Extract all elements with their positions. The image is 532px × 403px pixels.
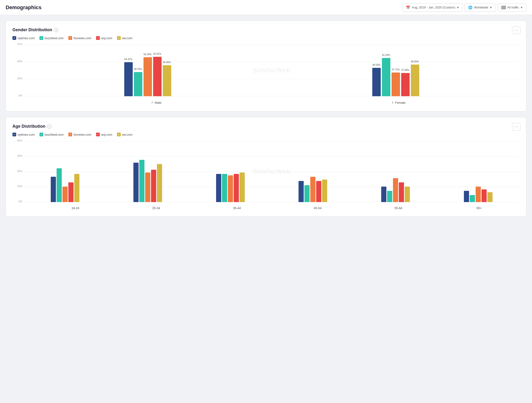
age-label-30: 30% bbox=[13, 155, 22, 157]
gender-bar: 49.45% bbox=[163, 65, 171, 96]
gender-info-icon[interactable]: i bbox=[54, 28, 58, 32]
age-bar bbox=[157, 164, 162, 202]
age-bar bbox=[240, 173, 245, 202]
legend-item: ✓ buzzfeed.com bbox=[39, 36, 64, 40]
age-bar bbox=[298, 181, 304, 202]
age-bar bbox=[51, 177, 56, 202]
age-axis-label: 65+ bbox=[439, 205, 519, 210]
page-header: Demographics 📅 Aug, 2019 - Jan, 2020 (Cu… bbox=[0, 0, 532, 15]
legend-item: ✓ buzzfeed.com bbox=[39, 133, 64, 136]
date-dropdown-icon: ▼ bbox=[457, 6, 459, 9]
age-chart-footer: 18-2425-3435-4445-5455-6465+ bbox=[24, 205, 519, 210]
legend-checkbox[interactable]: ✓ bbox=[117, 133, 121, 136]
calendar-icon: 📅 bbox=[406, 5, 410, 10]
age-bar bbox=[316, 181, 321, 202]
legend-checkbox[interactable]: ✓ bbox=[96, 133, 100, 136]
legend-label: ew.com bbox=[122, 133, 133, 136]
age-axis-labels: 18-2425-3435-4445-5455-6465+ bbox=[35, 205, 519, 210]
female-group: 45.53%61.24%37.71%37.09%50.55% bbox=[272, 45, 519, 96]
grid-label-0: 0% bbox=[13, 94, 22, 97]
gender-bar: 38.76% bbox=[134, 72, 142, 96]
age-group bbox=[354, 141, 437, 202]
traffic-icon bbox=[501, 6, 506, 9]
legend-label: ew.com bbox=[122, 36, 133, 40]
grid-label-50: 50% bbox=[13, 60, 22, 63]
traffic-btn[interactable]: All traffic ▼ bbox=[498, 4, 527, 12]
age-distribution-card: Age Distribution i ··· ✓ nytimes.com ✓ b… bbox=[6, 117, 526, 217]
age-card-title: Age Distribution i bbox=[13, 124, 519, 129]
date-range-btn[interactable]: 📅 Aug, 2019 - Jan, 2020 (Custom) ▼ bbox=[402, 3, 463, 12]
traffic-dropdown-icon: ▼ bbox=[520, 6, 523, 9]
age-bar bbox=[234, 174, 239, 202]
age-group bbox=[24, 141, 106, 202]
legend-item: ✓ nytimes.com bbox=[13, 36, 35, 40]
age-group bbox=[189, 141, 272, 202]
gender-axis-labels: ♂ Male ♀ Female bbox=[35, 99, 519, 105]
bar-value-label: 37.09% bbox=[401, 69, 409, 71]
grid-label-75: 75% bbox=[13, 43, 22, 45]
location-label: Worldwide bbox=[474, 6, 488, 9]
age-bar bbox=[476, 186, 481, 202]
gender-bar: 37.71% bbox=[392, 73, 400, 96]
age-label-40: 40% bbox=[13, 139, 22, 142]
legend-checkbox[interactable]: ✓ bbox=[96, 36, 100, 40]
age-bar bbox=[399, 182, 404, 202]
age-bar bbox=[481, 189, 487, 202]
gender-bar: 61.24% bbox=[382, 58, 390, 96]
age-bar bbox=[151, 170, 156, 202]
male-group: 54.47%38.76%62.29%62.91%49.45% bbox=[24, 45, 272, 96]
legend-label: buzzfeed.com bbox=[45, 133, 64, 136]
gender-bar: 37.09% bbox=[401, 73, 410, 96]
bar-value-label: 62.91% bbox=[153, 53, 161, 55]
bar-value-label: 54.47% bbox=[125, 58, 133, 61]
gender-chart-grid: 75% 50% 25% 0% 54.47%38. bbox=[24, 45, 519, 96]
age-label-20: 20% bbox=[13, 170, 22, 173]
legend-checkbox[interactable]: ✓ bbox=[68, 133, 72, 136]
legend-label: foxnews.com bbox=[74, 133, 91, 136]
bar-value-label: 50.55% bbox=[411, 60, 419, 63]
age-bar bbox=[228, 175, 233, 202]
legend-checkbox[interactable]: ✓ bbox=[39, 133, 43, 136]
age-bar bbox=[57, 168, 62, 202]
legend-label: foxnews.com bbox=[74, 36, 91, 40]
age-groups bbox=[24, 141, 519, 202]
bar-value-label: 62.29% bbox=[144, 53, 152, 56]
traffic-label: All traffic bbox=[507, 6, 519, 9]
age-bar bbox=[74, 174, 79, 202]
legend-checkbox[interactable]: ✓ bbox=[117, 36, 121, 40]
age-card-menu-btn[interactable]: ··· bbox=[512, 123, 520, 130]
age-axis-label: 18-24 bbox=[35, 205, 116, 210]
age-bar bbox=[310, 177, 316, 202]
gender-bar: 62.91% bbox=[153, 57, 162, 96]
legend-item: ✓ wsj.com bbox=[96, 36, 112, 40]
age-axis-label: 45-54 bbox=[277, 205, 358, 210]
age-bar bbox=[393, 178, 398, 202]
legend-checkbox[interactable]: ✓ bbox=[39, 36, 43, 40]
legend-checkbox[interactable]: ✓ bbox=[68, 36, 72, 40]
age-axis-label: 25-34 bbox=[116, 205, 196, 210]
gender-chart-area: 75% 50% 25% 0% 54.47%38. bbox=[13, 45, 519, 105]
male-symbol: ♂ bbox=[151, 100, 154, 105]
bar-value-label: 61.24% bbox=[382, 54, 390, 56]
age-bar bbox=[381, 186, 386, 202]
age-bar bbox=[63, 186, 68, 202]
gender-chart-footer: ♂ Male ♀ Female bbox=[24, 99, 519, 105]
legend-checkbox[interactable]: ✓ bbox=[13, 36, 16, 40]
legend-label: wsj.com bbox=[101, 133, 112, 136]
gender-groups: 54.47%38.76%62.29%62.91%49.45% 45.53%61.… bbox=[24, 45, 519, 96]
gender-card-menu-btn[interactable]: ··· bbox=[512, 26, 520, 34]
location-btn[interactable]: 🌐 Worldwide ▼ bbox=[465, 3, 496, 12]
legend-item: ✓ wsj.com bbox=[96, 133, 112, 136]
age-info-icon[interactable]: i bbox=[47, 124, 51, 129]
age-axis-label: 35-44 bbox=[196, 205, 277, 210]
legend-checkbox[interactable]: ✓ bbox=[13, 133, 16, 136]
age-group bbox=[106, 141, 189, 202]
age-bars-container: SimilarWeb bbox=[24, 141, 519, 202]
age-bar bbox=[139, 160, 145, 202]
age-bar bbox=[216, 174, 221, 202]
legend-label: nytimes.com bbox=[18, 36, 35, 40]
legend-label: buzzfeed.com bbox=[45, 36, 64, 40]
female-axis-label: ♀ Female bbox=[277, 99, 520, 105]
age-bar bbox=[304, 185, 310, 202]
date-range-label: Aug, 2019 - Jan, 2020 (Custom) bbox=[412, 6, 455, 9]
